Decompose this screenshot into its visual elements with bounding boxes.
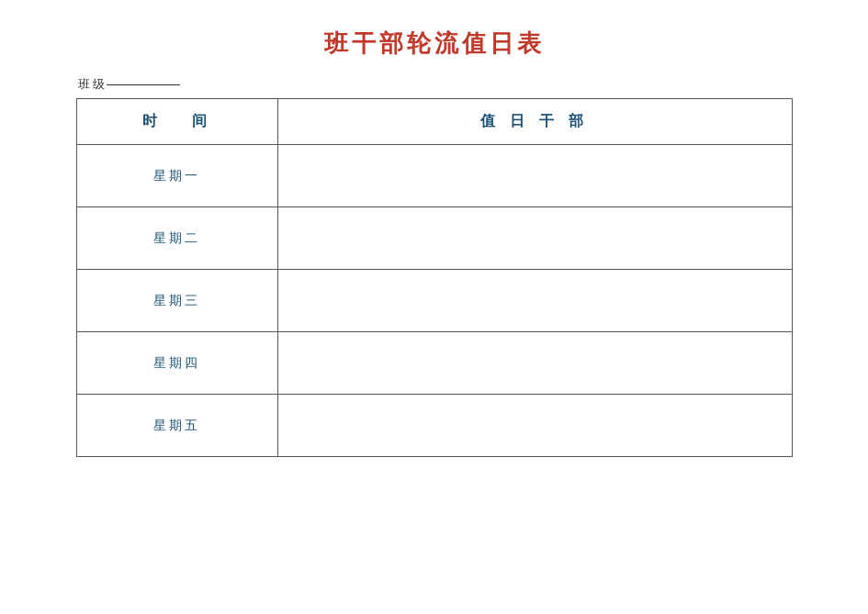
table-row: 星期二	[76, 207, 792, 270]
table-row: 星期一	[76, 145, 792, 207]
duty-cell	[278, 145, 792, 207]
page-container: 班干部轮流值日表 班 级 时 间 值 日 干 部 星期一星期二星期三星期四星期五	[76, 28, 793, 457]
schedule-table: 时 间 值 日 干 部 星期一星期二星期三星期四星期五	[76, 98, 793, 457]
duty-cell	[278, 332, 792, 395]
day-cell: 星期四	[76, 332, 278, 395]
duty-cell	[278, 270, 792, 332]
table-row: 星期四	[76, 332, 792, 395]
time-column-header: 时 间	[76, 99, 278, 145]
day-cell: 星期五	[76, 395, 278, 457]
day-cell: 星期二	[76, 207, 278, 270]
table-body: 星期一星期二星期三星期四星期五	[76, 145, 792, 457]
class-label-underline	[107, 84, 180, 85]
class-label-row: 班 级	[76, 76, 793, 93]
table-row: 星期五	[76, 395, 792, 457]
class-label-text: 班 级	[78, 76, 105, 93]
duty-cell	[278, 395, 792, 457]
duty-cell	[278, 207, 792, 270]
duty-column-header: 值 日 干 部	[278, 99, 792, 145]
table-header-row: 时 间 值 日 干 部	[76, 99, 792, 145]
page-title: 班干部轮流值日表	[324, 28, 545, 60]
day-cell: 星期一	[76, 145, 278, 207]
table-row: 星期三	[76, 270, 792, 332]
day-cell: 星期三	[76, 270, 278, 332]
